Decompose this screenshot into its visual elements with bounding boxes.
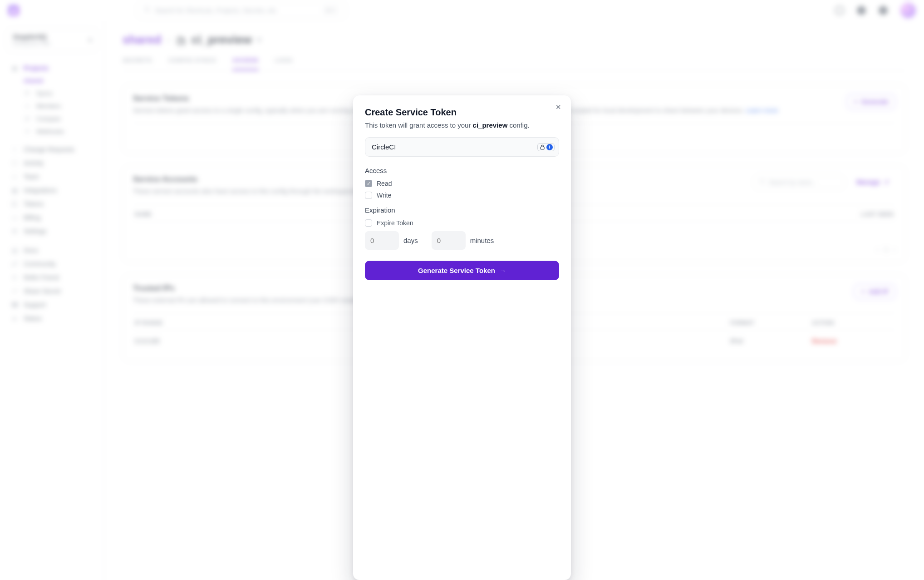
expire-days-input[interactable] [365, 231, 399, 250]
modal-config-name: ci_preview [473, 121, 508, 129]
create-service-token-modal: ✕ Create Service Token This token will g… [353, 95, 571, 580]
one-password-icon: i [546, 144, 553, 150]
expiration-section-label: Expiration [365, 206, 559, 214]
minutes-unit-label: minutes [470, 237, 494, 244]
checkbox-read[interactable] [365, 180, 372, 187]
access-write-row[interactable]: Write [365, 192, 559, 199]
expiration-inputs: days minutes [365, 231, 559, 250]
access-section-label: Access [365, 167, 559, 174]
checkbox-expire-label: Expire Token [377, 219, 413, 227]
days-unit-label: days [403, 237, 418, 244]
checkbox-write[interactable] [365, 192, 372, 199]
lock-icon [539, 144, 546, 150]
modal-subtitle: This token will grant access to your ci_… [365, 121, 559, 129]
expire-minutes-input[interactable] [432, 231, 466, 250]
checkbox-expire[interactable] [365, 219, 372, 227]
access-read-row[interactable]: Read [365, 180, 559, 187]
svg-rect-4 [541, 147, 544, 149]
modal-title: Create Service Token [365, 107, 559, 118]
password-manager-icon[interactable]: i [537, 143, 555, 151]
button-label: Generate Service Token [418, 267, 495, 274]
close-button[interactable]: ✕ [553, 102, 564, 113]
checkbox-write-label: Write [377, 192, 391, 199]
arrow-right-icon: → [500, 267, 506, 274]
expire-token-row[interactable]: Expire Token [365, 219, 559, 227]
checkbox-read-label: Read [377, 180, 392, 187]
token-name-field-wrap: i [365, 137, 559, 157]
token-name-input[interactable] [365, 137, 559, 157]
modal-backdrop[interactable]: ✕ Create Service Token This token will g… [0, 0, 924, 580]
close-icon: ✕ [555, 103, 561, 111]
generate-service-token-button[interactable]: Generate Service Token → [365, 261, 559, 280]
